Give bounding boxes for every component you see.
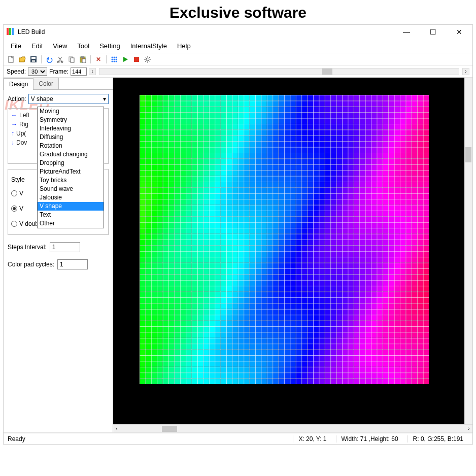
statusbar: Ready X: 20, Y: 1 Width: 71 ,Height: 60 … [4,433,472,444]
menu-internalstyle[interactable]: InternalStyle [127,41,170,51]
canvas-area-wrap: ‹ › [113,78,472,432]
tab-color[interactable]: Color [33,78,59,89]
open-file-icon[interactable] [18,55,27,64]
action-select[interactable]: V shape ▾ [28,94,109,104]
canvas-horizontal-scrollbar[interactable]: ‹ › [113,424,472,432]
status-xy: X: 20, Y: 1 [293,435,331,443]
svg-marker-24 [123,57,128,62]
delete-icon[interactable]: ✕ [94,55,103,64]
svg-point-22 [114,60,115,62]
svg-line-32 [149,61,150,62]
status-ready: Ready [8,435,25,443]
action-option[interactable]: Text [38,211,104,219]
svg-rect-14 [82,59,86,63]
save-icon[interactable] [29,55,38,64]
action-option[interactable]: Jalousie [38,193,104,202]
svg-point-18 [112,58,113,60]
action-option[interactable]: Symmetry [38,116,104,124]
play-icon[interactable] [121,55,130,64]
action-option[interactable]: Diffusing [38,133,104,142]
color-cycles-input[interactable] [57,259,88,269]
menu-setting[interactable]: Setting [96,41,123,51]
svg-point-15 [112,56,113,58]
frame-scroll-right[interactable]: › [462,68,469,75]
tab-design[interactable]: Design [4,78,33,90]
window-title: LED Build [18,28,45,36]
paste-icon[interactable] [78,55,87,64]
svg-rect-11 [71,58,74,62]
copy-icon[interactable] [67,55,76,64]
svg-point-19 [114,58,115,60]
color-cycles-label: Color pad cycles: [8,261,54,268]
svg-point-16 [114,56,115,58]
style-legend: Style [11,176,25,183]
maximize-button[interactable]: ☐ [426,28,440,36]
menu-edit[interactable]: Edit [28,41,46,51]
status-wh: Width: 71 ,Height: 60 [336,435,403,443]
minimize-button[interactable]: — [399,28,414,36]
steps-interval-label: Steps Interval: [8,244,47,251]
settings-gear-icon[interactable] [143,55,152,64]
undo-icon[interactable] [45,55,54,64]
action-option[interactable]: Other [38,219,104,228]
action-dropdown[interactable]: MovingSymmetryInterleavingDiffusingRotat… [37,107,104,228]
svg-point-17 [116,56,117,58]
svg-rect-25 [134,57,139,62]
steps-interval-input[interactable] [50,242,80,252]
stop-icon[interactable] [132,55,141,64]
svg-rect-3 [31,57,36,59]
action-option[interactable]: Interleaving [38,124,104,133]
app-icon [7,28,15,36]
titlebar: LED Build — ☐ ✕ [4,25,472,39]
action-option[interactable]: V shape [38,202,104,211]
action-option[interactable]: PictureAndText [38,167,104,176]
speed-label: Speed: [7,68,26,75]
led-canvas[interactable] [140,95,429,384]
canvas-vertical-scrollbar[interactable] [464,78,472,424]
svg-point-26 [146,58,149,61]
svg-point-21 [112,60,113,62]
left-panel: Design Color IKLED Action: V shape ▾ Mov… [4,78,113,432]
action-option[interactable]: Rotation [38,142,104,150]
new-file-icon[interactable] [7,55,16,64]
action-option[interactable]: Gradual changing [38,150,104,159]
svg-rect-4 [32,60,35,62]
action-option[interactable]: Sound wave [38,185,104,193]
grid-icon[interactable] [110,55,119,64]
action-option[interactable]: Toy bricks [38,176,104,185]
menu-view[interactable]: View [50,41,70,51]
frame-label: Frame: [49,68,69,75]
app-window: LED Build — ☐ ✕ File Edit View Tool Sett… [3,24,473,445]
frame-scrollbar[interactable] [99,68,459,75]
speed-select[interactable]: 30 [28,67,47,76]
page-heading: Exclusive software [0,0,476,24]
menubar: File Edit View Tool Setting InternalStyl… [4,39,472,53]
led-canvas-viewport[interactable] [113,78,464,424]
toolbar: ✕ [4,53,472,65]
param-row: Speed: 30 Frame: ‹ › [4,65,472,78]
menu-help[interactable]: Help [174,41,194,51]
svg-line-31 [145,57,146,58]
cut-icon[interactable] [56,55,65,64]
svg-line-33 [145,61,146,62]
status-rgb: R: 0, G:255, B:191 [407,435,468,443]
frame-input[interactable] [71,67,87,76]
close-button[interactable]: ✕ [452,28,466,36]
action-option[interactable]: Moving [38,107,104,116]
frame-scroll-left[interactable]: ‹ [89,68,96,75]
svg-line-34 [149,57,150,58]
action-label: Action: [8,95,26,103]
action-selected-value: V shape [31,95,53,103]
action-option[interactable]: Dropping [38,159,104,167]
svg-marker-1 [19,57,25,62]
svg-point-23 [116,60,117,62]
svg-rect-13 [81,56,84,58]
menu-tool[interactable]: Tool [74,41,92,51]
svg-point-20 [116,58,117,60]
chevron-down-icon: ▾ [103,95,106,103]
menu-file[interactable]: File [8,41,24,51]
